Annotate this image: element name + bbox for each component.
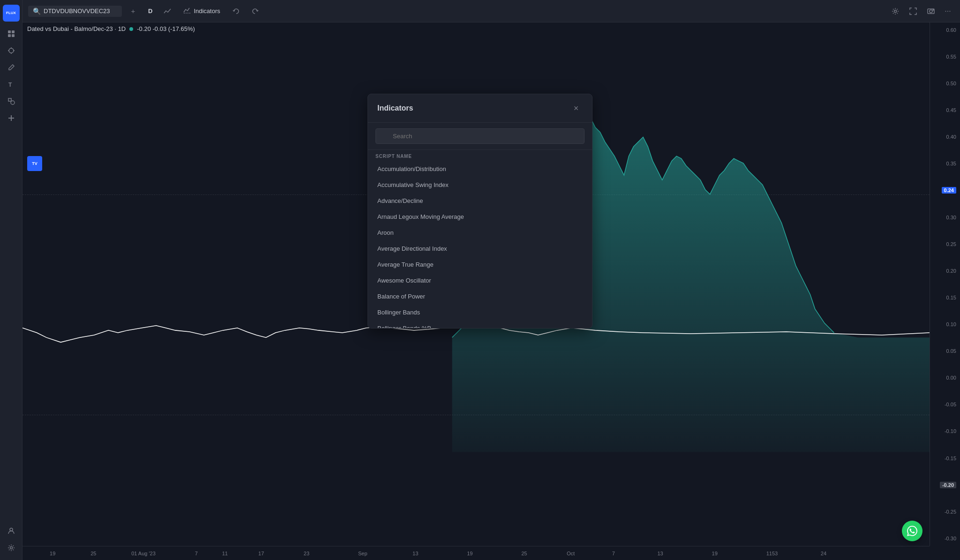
list-item-bollinger-bands[interactable]: Bollinger Bands [370, 305, 590, 320]
search-wrapper [375, 128, 585, 144]
modal-search-area [368, 123, 592, 150]
list-item-arnaud[interactable]: Arnaud Legoux Moving Average [370, 209, 590, 224]
list-item-accum-swing[interactable]: Accumulative Swing Index [370, 177, 590, 193]
modal-close-button[interactable]: × [570, 102, 583, 115]
list-item-balance-power[interactable]: Balance of Power [370, 289, 590, 304]
indicators-list: SCRIPT NAME Accumulation/Distribution Ac… [368, 150, 592, 328]
list-item-aroon[interactable]: Aroon [370, 225, 590, 240]
list-item-advance-decline[interactable]: Advance/Decline [370, 193, 590, 209]
list-item-bollinger-b[interactable]: Bollinger Bands %B [370, 321, 590, 328]
list-column-header: SCRIPT NAME [368, 150, 592, 161]
indicators-modal: Indicators × SCRIPT NAME Accumulation/Di… [368, 94, 592, 329]
modal-search-input[interactable] [375, 128, 585, 144]
list-item-accum-dist[interactable]: Accumulation/Distribution [370, 161, 590, 177]
modal-header: Indicators × [368, 94, 592, 123]
list-item-awesome-osc[interactable]: Awesome Oscillator [370, 273, 590, 288]
modal-overlay: Indicators × SCRIPT NAME Accumulation/Di… [0, 0, 960, 560]
list-item-avg-true-range[interactable]: Average True Range [370, 257, 590, 272]
modal-title: Indicators [377, 104, 413, 112]
list-item-avg-dir-index[interactable]: Average Directional Index [370, 241, 590, 256]
